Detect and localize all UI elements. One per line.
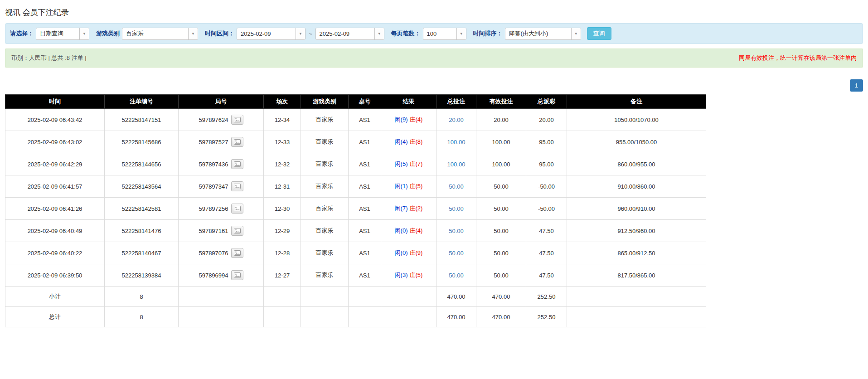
cell-result: 闲(4)庄(8) — [381, 131, 436, 153]
query-type-label: 请选择： — [10, 29, 34, 38]
subtotal-total-bet: 470.00 — [436, 287, 476, 307]
total-bet-link[interactable]: 50.00 — [449, 250, 464, 257]
round-id: 597897076 — [199, 250, 228, 257]
cell-total-bet: 20.00 — [436, 109, 476, 131]
cell-game-type: 百家乐 — [301, 109, 349, 131]
round-id: 597897256 — [199, 205, 228, 212]
cell-valid-bet: 100.00 — [476, 131, 526, 153]
roadmap-button[interactable] — [231, 270, 243, 280]
game-type-select[interactable]: 百家乐 ▼ — [122, 28, 198, 40]
header-result: 结果 — [381, 95, 436, 109]
date-to-field[interactable]: 2025-02-09 ▼ — [315, 28, 384, 40]
image-icon — [234, 272, 241, 278]
header-round-id: 局号 — [179, 95, 264, 109]
header-valid-bet: 有效投注 — [476, 95, 526, 109]
cell-round-id: 597897527 — [179, 131, 264, 153]
cell-time: 2025-02-09 06:43:02 — [5, 131, 105, 153]
cell-table-no: AS1 — [349, 175, 381, 198]
empty-cell — [349, 287, 381, 307]
cell-game-type: 百家乐 — [301, 220, 349, 242]
total-bet-link[interactable]: 50.00 — [449, 205, 464, 212]
cell-note: 912.50/960.00 — [567, 220, 706, 242]
empty-cell — [567, 287, 706, 307]
roadmap-button[interactable] — [231, 204, 243, 214]
cell-session: 12-27 — [264, 264, 301, 287]
image-icon — [234, 139, 241, 145]
page-1-button[interactable]: 1 — [850, 79, 863, 92]
total-bet-link[interactable]: 50.00 — [449, 183, 464, 190]
cell-bet-id: 522258139384 — [105, 264, 179, 287]
total-bet-link[interactable]: 50.00 — [449, 272, 464, 279]
search-button[interactable]: 查询 — [587, 27, 611, 40]
cell-game-type: 百家乐 — [301, 175, 349, 198]
cell-round-id: 597897347 — [179, 175, 264, 198]
cell-game-type: 百家乐 — [301, 242, 349, 264]
empty-cell — [567, 307, 706, 327]
image-icon — [234, 228, 241, 233]
roadmap-button[interactable] — [231, 248, 243, 258]
header-table-no: 桌号 — [349, 95, 381, 109]
cell-time: 2025-02-09 06:41:26 — [5, 198, 105, 220]
cell-table-no: AS1 — [349, 153, 381, 175]
chevron-down-icon: ▼ — [188, 28, 198, 39]
round-id: 597897527 — [199, 139, 228, 146]
cell-time: 2025-02-09 06:43:42 — [5, 109, 105, 131]
table-row: 2025-02-09 06:40:49 522258141476 5978971… — [5, 220, 706, 242]
cell-payout: 95.00 — [526, 131, 567, 153]
round-id: 597897161 — [199, 228, 228, 234]
result-player: 闲(5) — [395, 160, 408, 167]
result-player: 闲(0) — [395, 249, 408, 256]
grand-total-valid-bet: 470.00 — [476, 307, 526, 327]
cell-payout: -50.00 — [526, 175, 567, 198]
cell-session: 12-28 — [264, 242, 301, 264]
cell-total-bet: 50.00 — [436, 220, 476, 242]
image-icon — [234, 184, 241, 189]
date-from-field[interactable]: 2025-02-09 ▼ — [237, 28, 305, 40]
result-banker: 庄(5) — [410, 272, 423, 278]
cell-session: 12-33 — [264, 131, 301, 153]
cell-round-id: 597897161 — [179, 220, 264, 242]
cell-result: 闲(0)庄(4) — [381, 220, 436, 242]
cell-valid-bet: 20.00 — [476, 109, 526, 131]
cell-valid-bet: 100.00 — [476, 153, 526, 175]
subtotal-payout: 252.50 — [526, 287, 567, 307]
roadmap-button[interactable] — [231, 137, 243, 147]
roadmap-button[interactable] — [231, 115, 243, 125]
empty-cell — [264, 307, 301, 327]
cell-valid-bet: 50.00 — [476, 220, 526, 242]
cell-result: 闲(7)庄(2) — [381, 198, 436, 220]
cell-total-bet: 100.00 — [436, 153, 476, 175]
total-bet-link[interactable]: 20.00 — [449, 117, 464, 123]
empty-cell — [381, 287, 436, 307]
cell-total-bet: 50.00 — [436, 198, 476, 220]
cell-round-id: 597897624 — [179, 109, 264, 131]
cell-bet-id: 522258147151 — [105, 109, 179, 131]
cell-table-no: AS1 — [349, 198, 381, 220]
subtotal-count: 8 — [105, 287, 179, 307]
cell-note: 865.00/912.50 — [567, 242, 706, 264]
cell-valid-bet: 50.00 — [476, 242, 526, 264]
total-bet-link[interactable]: 100.00 — [447, 139, 466, 146]
roadmap-button[interactable] — [231, 226, 243, 236]
header-note: 备注 — [567, 95, 706, 109]
cell-game-type: 百家乐 — [301, 131, 349, 153]
page-size-value: 100 — [423, 30, 441, 37]
page-size-select[interactable]: 100 ▼ — [423, 28, 466, 40]
cell-table-no: AS1 — [349, 109, 381, 131]
total-bet-link[interactable]: 50.00 — [449, 228, 464, 234]
total-bet-link[interactable]: 100.00 — [447, 161, 466, 168]
query-type-select[interactable]: 日期查询 ▼ — [36, 28, 89, 40]
roadmap-button[interactable] — [231, 181, 243, 191]
table-row: 2025-02-09 06:39:50 522258139384 5978969… — [5, 264, 706, 287]
grand-total-count: 8 — [105, 307, 179, 327]
empty-cell — [264, 287, 301, 307]
result-player: 闲(0) — [395, 227, 408, 234]
roadmap-button[interactable] — [231, 159, 243, 169]
chevron-down-icon: ▼ — [296, 28, 305, 39]
round-id: 597897624 — [199, 117, 228, 123]
cell-result: 闲(9)庄(4) — [381, 109, 436, 131]
cell-payout: 47.50 — [526, 220, 567, 242]
empty-cell — [349, 307, 381, 327]
cell-session: 12-34 — [264, 109, 301, 131]
sort-order-select[interactable]: 降冪(由大到小) ▼ — [505, 28, 581, 40]
